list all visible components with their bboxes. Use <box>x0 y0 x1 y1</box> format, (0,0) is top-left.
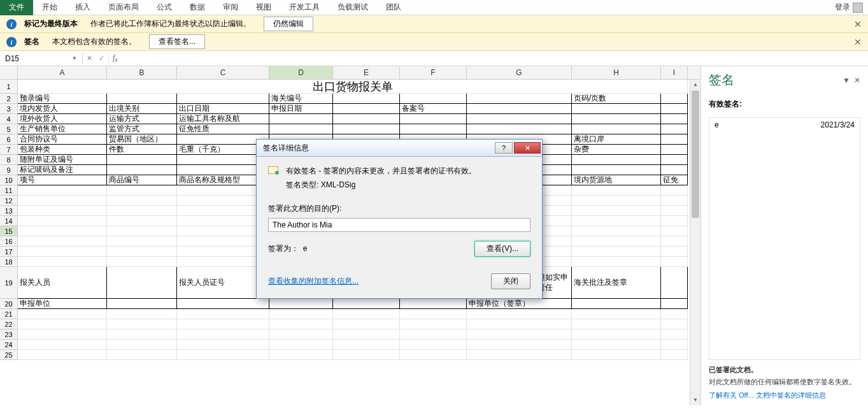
cell-H5[interactable] <box>572 124 661 134</box>
cell-B4[interactable]: 运输方式 <box>107 114 177 124</box>
cell-E20[interactable] <box>333 299 400 309</box>
cell-F3[interactable]: 备案号 <box>400 104 467 114</box>
col-header-E[interactable]: E <box>333 66 400 79</box>
cell-I18[interactable] <box>661 257 688 267</box>
sheet-title[interactable]: 出口货物报关单 <box>18 80 688 94</box>
tab-review[interactable]: 审阅 <box>214 0 247 15</box>
tab-devtools[interactable]: 开发工具 <box>280 0 329 15</box>
cell-B13[interactable] <box>107 206 177 216</box>
cell-B10[interactable]: 商品编号 <box>107 175 177 185</box>
cell-A5[interactable]: 生产销售单位 <box>18 124 107 134</box>
col-header-D[interactable]: D <box>269 66 333 79</box>
cell-F25[interactable] <box>400 350 467 360</box>
cell-C21[interactable] <box>177 309 269 319</box>
cell-D20[interactable] <box>269 299 333 309</box>
cell-D2[interactable]: 海关编号 <box>269 94 333 104</box>
row-header-12[interactable]: 12 <box>0 196 18 206</box>
cell-C2[interactable] <box>177 94 269 104</box>
cell-I17[interactable] <box>661 247 688 257</box>
confirm-icon[interactable]: ✓ <box>99 54 104 62</box>
cell-G20[interactable]: 申报单位（签章） <box>467 299 572 309</box>
cell-B23[interactable] <box>107 329 177 340</box>
cell-H21[interactable] <box>572 309 661 319</box>
cell-H2[interactable]: 页码/页数 <box>572 94 661 104</box>
row-header-18[interactable]: 18 <box>0 257 18 267</box>
cell-I14[interactable] <box>661 216 688 226</box>
view-signatures-button[interactable]: 查看签名... <box>149 34 205 49</box>
row-header-2[interactable]: 2 <box>0 94 18 104</box>
row-header-5[interactable]: 5 <box>0 124 18 134</box>
tab-formula[interactable]: 公式 <box>148 0 181 15</box>
cell-C3[interactable]: 出口日期 <box>177 104 269 114</box>
tab-file[interactable]: 文件 <box>0 0 33 15</box>
cell-I21[interactable] <box>661 309 688 319</box>
cell-A7[interactable]: 包装种类 <box>18 145 107 155</box>
cell-B24[interactable] <box>107 340 177 350</box>
cell-I3[interactable] <box>661 104 688 114</box>
row-header-19[interactable]: 19 <box>0 267 18 299</box>
cell-B12[interactable] <box>107 196 177 206</box>
row-header-1[interactable]: 1 <box>0 80 18 94</box>
cell-I23[interactable] <box>661 329 688 340</box>
row-header-13[interactable]: 13 <box>0 206 18 216</box>
cell-G4[interactable] <box>467 114 572 124</box>
cell-F4[interactable] <box>400 114 467 124</box>
cell-G24[interactable] <box>467 340 572 350</box>
cell-A22[interactable] <box>18 319 107 329</box>
cell-I8[interactable] <box>661 155 688 165</box>
cell-I19[interactable] <box>661 267 688 299</box>
cell-B5[interactable]: 监管方式 <box>107 124 177 134</box>
row-header-7[interactable]: 7 <box>0 145 18 155</box>
row-header-17[interactable]: 17 <box>0 247 18 257</box>
cell-H3[interactable] <box>572 104 661 114</box>
tab-insert[interactable]: 插入 <box>66 0 99 15</box>
cell-I5[interactable] <box>661 124 688 134</box>
vertical-scrollbar[interactable]: ▲ ▼ <box>690 79 701 405</box>
row-header-22[interactable]: 22 <box>0 319 18 329</box>
cell-A16[interactable] <box>18 236 107 247</box>
cell-A17[interactable] <box>18 247 107 257</box>
cell-B22[interactable] <box>107 319 177 329</box>
cell-H4[interactable] <box>572 114 661 124</box>
cell-A13[interactable] <box>18 206 107 216</box>
cell-F20[interactable] <box>400 299 467 309</box>
cell-B2[interactable] <box>107 94 177 104</box>
infobar-sig-close-icon[interactable]: ✕ <box>854 37 862 47</box>
cell-F5[interactable] <box>400 124 467 134</box>
col-header-F[interactable]: F <box>400 66 467 79</box>
cell-A20[interactable]: 申报单位 <box>18 299 107 309</box>
cell-H20[interactable] <box>572 299 661 309</box>
tab-view[interactable]: 视图 <box>247 0 280 15</box>
cell-C22[interactable] <box>177 319 269 329</box>
cell-C5[interactable]: 征免性质 <box>177 124 269 134</box>
cancel-icon[interactable]: ✕ <box>87 54 92 62</box>
col-header-I[interactable]: I <box>661 66 688 79</box>
signature-item[interactable]: e 2021/3/24 <box>709 118 860 132</box>
cell-F23[interactable] <box>400 329 467 340</box>
cell-H23[interactable] <box>572 329 661 340</box>
cell-I24[interactable] <box>661 340 688 350</box>
cell-H14[interactable] <box>572 216 661 226</box>
cell-G5[interactable] <box>467 124 572 134</box>
edit-anyway-button[interactable]: 仍然编辑 <box>264 17 313 31</box>
cell-F24[interactable] <box>400 340 467 350</box>
cell-A19[interactable]: 报关人员 <box>18 267 107 299</box>
cell-H13[interactable] <box>572 206 661 216</box>
cell-I15[interactable] <box>661 226 688 236</box>
cell-E5[interactable] <box>333 124 400 134</box>
infobar-final-close-icon[interactable]: ✕ <box>854 19 862 29</box>
cell-D3[interactable]: 申报日期 <box>269 104 333 114</box>
cell-G23[interactable] <box>467 329 572 340</box>
col-header-G[interactable]: G <box>467 66 572 79</box>
cell-A10[interactable]: 项号 <box>18 175 107 185</box>
row-header-11[interactable]: 11 <box>0 185 18 196</box>
cell-I22[interactable] <box>661 319 688 329</box>
cell-B16[interactable] <box>107 236 177 247</box>
cell-E21[interactable] <box>333 309 400 319</box>
cell-B17[interactable] <box>107 247 177 257</box>
col-header-C[interactable]: C <box>177 66 269 79</box>
cell-E22[interactable] <box>333 319 400 329</box>
cell-C23[interactable] <box>177 329 269 340</box>
row-header-21[interactable]: 21 <box>0 309 18 319</box>
cell-A25[interactable] <box>18 350 107 360</box>
